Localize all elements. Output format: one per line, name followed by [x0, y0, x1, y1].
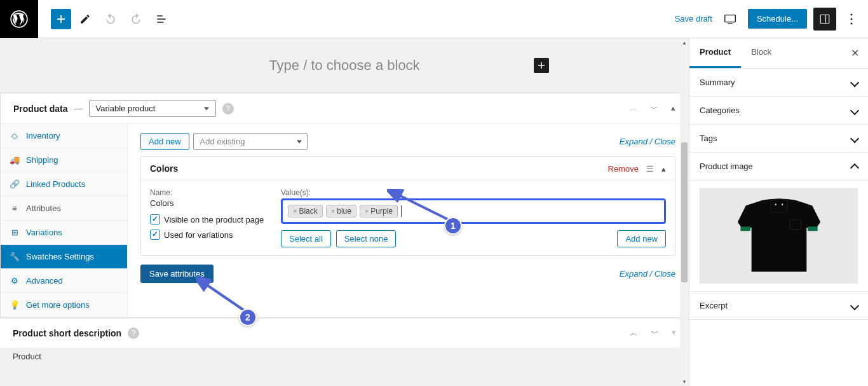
tab-attributes[interactable]: ≡Attributes	[1, 196, 127, 221]
used-label: Used for variations	[164, 230, 233, 240]
tab-linked-products[interactable]: 🔗Linked Products	[1, 172, 127, 196]
save-draft-link[interactable]: Save draft	[675, 14, 712, 24]
panel-caret-icon[interactable]: ▴	[671, 103, 675, 114]
product-image-thumbnail	[722, 195, 836, 277]
edit-mode-icon[interactable]	[74, 8, 97, 31]
remove-tag-icon[interactable]: ×	[365, 207, 369, 215]
inventory-icon: ◇	[10, 131, 20, 141]
add-existing-attribute-select[interactable]: Add existing	[193, 133, 308, 150]
svg-point-4	[851, 18, 853, 20]
drag-handle-icon[interactable]: ☰	[646, 164, 654, 174]
section-product-image[interactable]: Product image	[689, 153, 868, 181]
text-cursor	[401, 205, 402, 217]
sidebar-tab-product[interactable]: Product	[689, 38, 741, 68]
preview-device-icon[interactable]	[719, 8, 742, 31]
visible-label: Visible on the product page	[164, 215, 264, 224]
editor-topbar: Save draft Schedule...	[0, 0, 868, 38]
add-block-button[interactable]	[51, 9, 71, 29]
panel-up-icon[interactable]: ︿	[630, 327, 638, 339]
used-for-variations-checkbox[interactable]	[150, 230, 160, 240]
product-image-preview[interactable]	[689, 181, 868, 292]
tab-swatches-settings[interactable]: 🔧Swatches Settings	[1, 245, 127, 269]
dash-separator: —	[74, 104, 83, 113]
link-icon: 🔗	[10, 179, 20, 189]
annotation-badge-1: 1	[444, 217, 462, 235]
settings-sidebar: Product Block ✕ Summary Categories Tags …	[689, 38, 868, 386]
expand-collapse-link[interactable]: Expand / Close	[620, 137, 675, 146]
tab-inventory[interactable]: ◇Inventory	[1, 124, 127, 148]
svg-point-8	[775, 203, 776, 205]
product-data-title: Product data	[13, 104, 68, 114]
product-data-panel: Product data — Variable product ? ︿ ﹀ ▴ …	[0, 93, 689, 318]
settings-panel-toggle-icon[interactable]	[813, 8, 836, 31]
expand-collapse-link-bottom[interactable]: Expand / Close	[620, 269, 675, 279]
select-all-button[interactable]: Select all	[281, 230, 331, 247]
svg-rect-2	[820, 15, 829, 24]
shipping-icon: 🚚	[10, 155, 20, 165]
list-icon: ≡	[10, 203, 20, 213]
grid-icon: ⊞	[10, 228, 20, 237]
section-summary[interactable]: Summary	[689, 69, 868, 97]
section-excerpt[interactable]: Excerpt	[689, 292, 868, 320]
save-attributes-button[interactable]: Save attributes	[140, 265, 214, 283]
annotation-badge-2: 2	[239, 308, 257, 326]
chevron-down-icon	[850, 106, 859, 114]
add-new-attribute-button[interactable]: Add new	[140, 133, 189, 150]
svg-point-3	[851, 13, 853, 15]
options-menu-icon[interactable]	[843, 8, 860, 31]
add-new-value-button[interactable]: Add new	[617, 230, 666, 247]
footer-product-label: Product	[0, 348, 689, 365]
tag-black[interactable]: ×Black	[288, 205, 323, 217]
close-sidebar-icon[interactable]: ✕	[842, 38, 868, 68]
svg-rect-6	[740, 226, 750, 231]
tab-variations[interactable]: ⊞Variations	[1, 221, 127, 245]
topbar-left-tools	[38, 8, 173, 31]
tab-get-more-options[interactable]: 💡Get more options	[1, 293, 127, 317]
help-icon[interactable]: ?	[222, 103, 234, 114]
lightbulb-icon: 💡	[10, 300, 20, 310]
panel-caret-icon[interactable]: ▾	[672, 327, 676, 339]
chevron-down-icon	[850, 301, 859, 310]
short-description-header: Product short description ? ︿ ﹀ ▾	[0, 318, 689, 348]
wrench-icon: 🔧	[10, 252, 20, 261]
name-value: Colors	[150, 198, 271, 208]
sidebar-tab-block[interactable]: Block	[741, 38, 782, 68]
undo-icon[interactable]	[99, 8, 122, 31]
inline-add-block-button[interactable]	[534, 58, 549, 73]
panel-down-icon[interactable]: ﹀	[651, 327, 659, 339]
attribute-title: Colors	[150, 163, 178, 174]
svg-rect-1	[725, 15, 736, 22]
tag-purple[interactable]: ×Purple	[360, 205, 398, 217]
remove-tag-icon[interactable]: ×	[293, 207, 297, 215]
svg-rect-7	[808, 226, 818, 231]
attribute-values-input[interactable]: ×Black ×blue ×Purple	[281, 198, 666, 224]
document-outline-icon[interactable]	[150, 8, 173, 31]
svg-point-9	[781, 203, 783, 205]
canvas-scrollbar[interactable]: ▲ ▼	[680, 38, 689, 386]
remove-attribute-link[interactable]: Remove	[608, 164, 639, 174]
section-tags[interactable]: Tags	[689, 125, 868, 153]
remove-tag-icon[interactable]: ×	[331, 207, 335, 215]
section-categories[interactable]: Categories	[689, 97, 868, 125]
product-type-select[interactable]: Variable product	[89, 100, 216, 117]
editor-canvas: Type / to choose a block Product data — …	[0, 38, 689, 386]
tag-blue[interactable]: ×blue	[326, 205, 356, 217]
help-icon[interactable]: ?	[128, 327, 139, 339]
gear-icon: ⚙	[10, 276, 20, 286]
tab-shipping[interactable]: 🚚Shipping	[1, 148, 127, 172]
visible-checkbox[interactable]	[150, 214, 160, 224]
schedule-button[interactable]: Schedule...	[748, 9, 807, 29]
panel-down-icon[interactable]: ﹀	[650, 103, 658, 114]
wordpress-logo[interactable]	[0, 0, 38, 38]
topbar-right-tools: Save draft Schedule...	[675, 8, 868, 31]
chevron-down-icon	[850, 134, 859, 142]
attributes-content: Add new Add existing Expand / Close Colo…	[128, 124, 688, 317]
select-none-button[interactable]: Select none	[336, 230, 397, 247]
collapse-attribute-icon[interactable]: ▴	[661, 164, 666, 174]
svg-point-5	[851, 22, 853, 24]
attribute-colors-box: Colors Remove ☰ ▴ Name: Colors Visible o…	[140, 156, 675, 256]
block-placeholder[interactable]: Type / to choose a block	[269, 57, 419, 74]
redo-icon[interactable]	[125, 8, 147, 31]
panel-up-icon[interactable]: ︿	[629, 103, 637, 114]
tab-advanced[interactable]: ⚙Advanced	[1, 269, 127, 293]
